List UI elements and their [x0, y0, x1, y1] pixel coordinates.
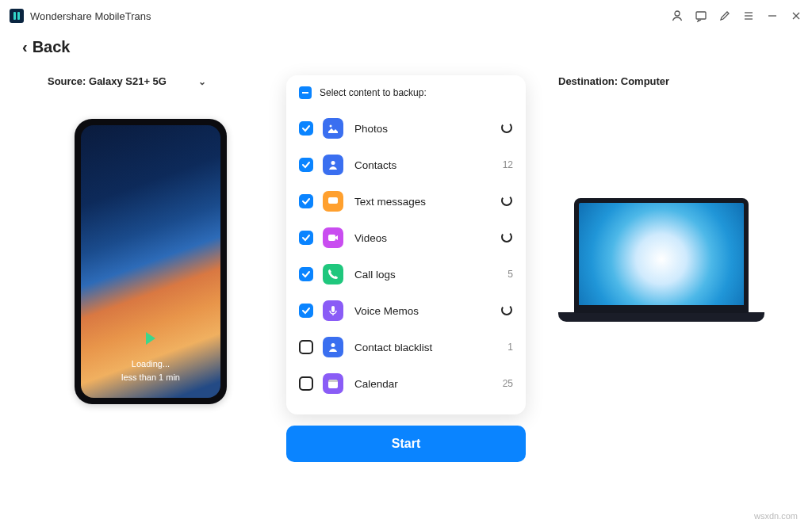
chevron-left-icon: ‹	[22, 38, 28, 56]
item-checkbox[interactable]	[299, 304, 313, 318]
watermark: wsxdn.com	[754, 511, 798, 521]
loading-icon	[500, 304, 513, 319]
item-label: Call logs	[354, 269, 508, 281]
contacts-icon	[323, 155, 343, 175]
item-label: Contacts	[354, 159, 503, 171]
minimize-icon[interactable]	[766, 10, 779, 22]
item-label: Contact blacklist	[354, 342, 508, 353]
svg-point-15	[332, 200, 334, 201]
message-icon[interactable]	[695, 10, 707, 22]
loading-icon	[500, 194, 513, 209]
item-label: Videos	[354, 232, 500, 244]
svg-point-12	[331, 161, 335, 165]
loading-icon	[500, 231, 513, 246]
svg-point-16	[335, 200, 336, 201]
destination-device-image	[558, 198, 764, 337]
list-item: Contact blacklist1	[299, 329, 513, 365]
item-count: 5	[508, 269, 513, 280]
chevron-down-icon: ⌄	[198, 76, 206, 87]
svg-rect-3	[696, 12, 706, 19]
source-device-image: Loading... less than 1 min	[75, 119, 227, 404]
photos-icon	[323, 118, 343, 139]
voice-icon	[323, 300, 343, 321]
item-checkbox[interactable]	[299, 376, 313, 391]
item-checkbox[interactable]	[299, 158, 313, 172]
blacklist-icon	[323, 337, 343, 357]
svg-point-21	[502, 305, 511, 315]
start-button[interactable]: Start	[286, 426, 526, 462]
svg-point-19	[502, 232, 511, 242]
back-button[interactable]: ‹ Back	[0, 32, 812, 67]
title-bar: Wondershare MobileTrans	[0, 0, 812, 32]
content-panel: Select content to backup: PhotosContacts…	[286, 75, 526, 414]
list-item: Calendar25	[299, 365, 513, 402]
item-count: 12	[503, 159, 513, 170]
list-item: Apps	[299, 402, 513, 408]
item-label: Voice Memos	[354, 305, 500, 317]
item-label: Text messages	[354, 196, 500, 208]
svg-point-22	[331, 343, 335, 347]
panel-header-text: Select content to backup:	[320, 87, 427, 98]
list-item: Videos	[299, 220, 513, 256]
svg-rect-20	[331, 306, 335, 312]
svg-point-17	[502, 196, 511, 205]
user-icon[interactable]	[671, 10, 684, 22]
svg-point-11	[502, 123, 511, 132]
app-title: Wondershare MobileTrans	[30, 10, 151, 22]
menu-icon[interactable]	[742, 10, 755, 22]
loading-icon	[500, 121, 513, 136]
item-label: Photos	[354, 123, 500, 135]
source-selector[interactable]: Source: Galaxy S21+ 5G ⌄	[48, 75, 254, 87]
list-item: Call logs5	[299, 256, 513, 292]
source-prefix: Source:	[48, 75, 86, 87]
list-item: Contacts12	[299, 147, 513, 183]
list-item: Text messages	[299, 183, 513, 220]
item-checkbox[interactable]	[299, 121, 313, 136]
close-icon[interactable]	[790, 10, 802, 22]
play-icon	[146, 332, 155, 345]
svg-point-10	[330, 125, 332, 128]
content-list[interactable]: PhotosContacts12Text messagesVideosCall …	[286, 107, 526, 408]
item-checkbox[interactable]	[299, 194, 313, 208]
app-logo	[10, 9, 24, 23]
list-item: Photos	[299, 110, 513, 147]
messages-icon	[323, 191, 343, 212]
select-all-checkbox[interactable]	[299, 86, 312, 99]
item-checkbox[interactable]	[299, 231, 313, 245]
loading-status: Loading... less than 1 min	[121, 357, 180, 384]
svg-rect-0	[13, 12, 16, 20]
svg-rect-1	[17, 12, 20, 20]
item-checkbox[interactable]	[299, 340, 313, 354]
edit-icon[interactable]	[718, 10, 731, 22]
destination-label: Destination: Computer	[558, 75, 764, 87]
videos-icon	[323, 227, 343, 248]
calllogs-icon	[323, 264, 343, 285]
item-label: Calendar	[354, 378, 503, 390]
item-count: 1	[508, 342, 513, 353]
calendar-icon	[323, 373, 343, 394]
svg-point-14	[330, 200, 331, 201]
back-label: Back	[33, 38, 71, 56]
item-checkbox[interactable]	[299, 267, 313, 281]
source-name: Galaxy S21+ 5G	[89, 75, 167, 87]
list-item: Voice Memos	[299, 292, 513, 329]
svg-rect-24	[328, 380, 338, 382]
svg-point-2	[675, 11, 680, 16]
svg-rect-18	[328, 235, 335, 241]
item-count: 25	[503, 378, 513, 389]
